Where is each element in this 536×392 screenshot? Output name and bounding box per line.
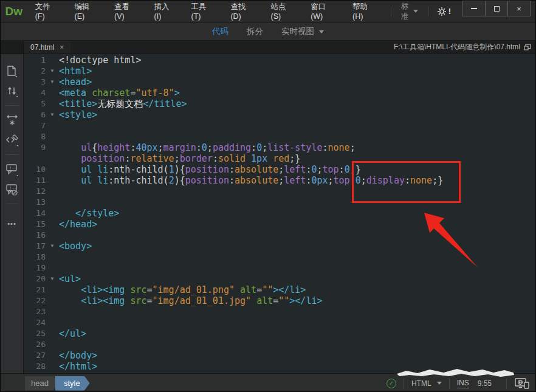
fold-gutter xyxy=(46,186,59,197)
up-down-arrows-icon xyxy=(7,86,18,97)
code-line[interactable]: 9 ul{height:40px;margin:0;padding:0;list… xyxy=(24,142,536,153)
minimize-icon xyxy=(471,8,477,9)
menu-file[interactable]: 文件(F) xyxy=(27,1,67,22)
fold-gutter xyxy=(46,306,59,317)
fold-arrow-icon[interactable]: ▼ xyxy=(46,273,59,284)
fold-gutter xyxy=(46,131,59,142)
word-wrap-button[interactable] xyxy=(5,113,19,128)
fold-arrow-icon[interactable]: ▼ xyxy=(46,77,59,88)
code-line[interactable]: 21 <li><img src="img/ad_01.png" alt=""><… xyxy=(24,284,536,295)
code-text: position:relative;border:solid 1px red;} xyxy=(59,153,300,164)
code-line[interactable]: 25</ul> xyxy=(24,328,536,339)
code-line[interactable]: 2▼<html> xyxy=(24,66,536,77)
settings-button[interactable]: ! xyxy=(435,7,453,16)
line-number: 4 xyxy=(24,88,46,98)
doctype-selector[interactable]: HTML xyxy=(411,379,442,388)
realtime-preview-button[interactable] xyxy=(514,377,530,390)
more-options-button[interactable]: ••• xyxy=(7,220,16,227)
document-tab-label: 07.html xyxy=(30,43,54,52)
line-number: 8 xyxy=(24,131,46,142)
divider xyxy=(5,105,19,106)
fold-arrow-icon[interactable]: ▼ xyxy=(46,241,59,252)
insert-mode-indicator[interactable]: INS xyxy=(457,379,469,388)
code-text: <li><img src="img/ad_01.png" alt=""></li… xyxy=(59,284,306,295)
line-number: 20 xyxy=(24,273,46,284)
line-number: 5 xyxy=(24,98,46,109)
document-tab-bar: 07.html × F:\工具箱\HTMLI-代码随意制作\07.html xyxy=(1,41,535,54)
chevron-down-icon xyxy=(413,10,418,13)
fold-gutter xyxy=(46,153,59,164)
fold-gutter xyxy=(46,263,59,273)
fold-gutter xyxy=(46,175,59,186)
code-text: <html> xyxy=(59,66,92,77)
code-line[interactable]: 4<meta charset="utf-8"> xyxy=(24,88,536,98)
fold-gutter xyxy=(46,164,59,175)
wrap-arrows-icon xyxy=(6,114,18,127)
code-line[interactable]: 1<!doctype html> xyxy=(24,55,536,66)
code-text: </head> xyxy=(59,219,97,230)
tab-split[interactable]: 拆分 xyxy=(247,26,263,37)
tag-selector: head style xyxy=(25,376,90,391)
tab-live-view[interactable]: 实时视图 xyxy=(281,26,324,37)
fold-gutter xyxy=(46,219,59,230)
code-line[interactable]: 5<title>无标题文档</title> xyxy=(24,98,536,109)
menu-insert[interactable]: 插入(I) xyxy=(146,1,184,22)
tag-chip-style[interactable]: style xyxy=(55,376,90,391)
fold-gutter xyxy=(46,208,59,219)
code-line[interactable]: 27</body> xyxy=(24,350,536,361)
detach-window-icon[interactable] xyxy=(524,44,531,50)
code-text: </style> xyxy=(59,208,119,219)
remove-comment-button[interactable]: !-- xyxy=(5,182,19,197)
maximize-button[interactable] xyxy=(485,1,507,16)
fold-arrow-icon[interactable]: ▼ xyxy=(46,66,59,77)
workspace-switcher[interactable]: 标准 xyxy=(397,1,422,22)
line-number: 11 xyxy=(24,175,46,186)
menu-help[interactable]: 帮助(H) xyxy=(345,1,385,22)
menu-view[interactable]: 查看(V) xyxy=(106,1,146,22)
code-line[interactable]: 6▼<style> xyxy=(24,109,536,120)
line-number: 9 xyxy=(24,142,46,153)
code-text: ul li:nth-child(1){position:absolute;lef… xyxy=(59,164,361,175)
close-tab-icon[interactable]: × xyxy=(60,43,64,52)
divider xyxy=(449,378,450,389)
document-icon xyxy=(7,66,17,77)
svg-text:!--: !-- xyxy=(9,185,17,190)
document-tab[interactable]: 07.html × xyxy=(24,41,70,53)
code-line[interactable]: 3▼<head> xyxy=(24,77,536,88)
code-line[interactable]: 7 xyxy=(24,120,536,131)
code-line[interactable]: 26 xyxy=(24,339,536,350)
line-number: 16 xyxy=(24,230,46,241)
fold-gutter xyxy=(46,350,59,361)
menu-site[interactable]: 站点(S) xyxy=(263,1,303,22)
minimize-button[interactable] xyxy=(462,1,485,16)
line-number: 2 xyxy=(24,66,46,77)
move-lines-button[interactable] xyxy=(5,84,19,98)
format-source-button[interactable] xyxy=(5,133,19,148)
code-line[interactable]: 8 xyxy=(24,131,536,142)
preview-devices-icon xyxy=(514,377,530,390)
code-line[interactable]: 20▼<ul> xyxy=(24,273,536,284)
coding-toolbar: !-- !-- ••• xyxy=(1,54,24,373)
menu-window[interactable]: 窗口(W) xyxy=(303,1,345,22)
line-number: 15 xyxy=(24,219,46,230)
close-button[interactable]: × xyxy=(507,1,530,16)
fold-arrow-icon[interactable]: ▼ xyxy=(46,109,59,120)
fold-gutter xyxy=(46,328,59,339)
open-documents-button[interactable] xyxy=(5,64,19,78)
line-number: 18 xyxy=(24,252,46,263)
menu-edit[interactable]: 编辑(E) xyxy=(67,1,107,22)
code-line[interactable]: 24 xyxy=(24,317,536,328)
code-line[interactable]: 23 xyxy=(24,306,536,317)
code-line[interactable]: 22 <li><img src="img/ad_01_01.jpg" alt="… xyxy=(24,295,536,306)
line-number: 26 xyxy=(24,339,46,350)
dreamweaver-logo: Dw xyxy=(1,5,27,18)
menu-tools[interactable]: 工具(T) xyxy=(184,1,223,22)
fold-gutter xyxy=(46,295,59,306)
menu-find[interactable]: 查找(D) xyxy=(222,1,263,22)
apply-comment-button[interactable]: !-- xyxy=(5,162,19,177)
tab-code[interactable]: 代码 xyxy=(212,26,228,37)
menu-bar: Dw 文件(F) 编辑(E) 查看(V) 插入(I) 工具(T) 查找(D) 站… xyxy=(1,1,535,22)
line-number xyxy=(24,153,46,164)
line-number: 24 xyxy=(24,317,46,328)
tag-chip-head[interactable]: head xyxy=(25,376,58,391)
